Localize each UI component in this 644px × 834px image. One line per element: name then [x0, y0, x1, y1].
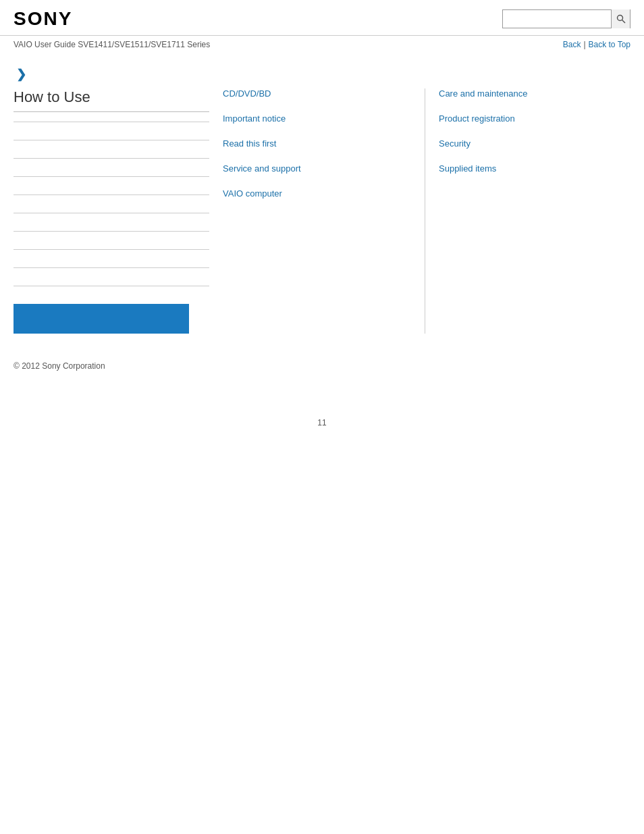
- sony-logo: SONY: [14, 8, 72, 30]
- search-box: [502, 9, 630, 28]
- search-input[interactable]: [503, 13, 611, 25]
- svg-point-0: [617, 16, 622, 21]
- mid-column: CD/DVD/BDImportant noticeRead this first…: [223, 88, 425, 334]
- mid-link-read-this-first[interactable]: Read this first: [223, 138, 411, 149]
- svg-line-1: [622, 20, 625, 24]
- mid-link-vaio-computer[interactable]: VAIO computer: [223, 188, 411, 199]
- right-link-care-and-maintenance[interactable]: Care and maintenance: [439, 88, 630, 99]
- nav-links: Back | Back to Top: [563, 40, 630, 49]
- back-to-top-link[interactable]: Back to Top: [589, 40, 630, 49]
- section-arrow: ❯: [16, 67, 630, 82]
- sidebar: How to Use: [14, 88, 223, 334]
- sidebar-line-9: [14, 267, 209, 268]
- search-button[interactable]: [611, 9, 630, 28]
- back-link[interactable]: Back: [563, 40, 581, 49]
- footer: © 2012 Sony Corporation: [0, 347, 644, 377]
- header: SONY: [0, 0, 644, 36]
- navbar: VAIO User Guide SVE1411/SVE1511/SVE1711 …: [0, 36, 644, 53]
- nav-separator: |: [583, 40, 585, 49]
- right-link-security[interactable]: Security: [439, 138, 630, 149]
- right-link-product-registration[interactable]: Product registration: [439, 113, 630, 124]
- right-link-supplied-items[interactable]: Supplied items: [439, 163, 630, 174]
- sidebar-blue-button[interactable]: [14, 304, 189, 334]
- sidebar-line-2: [14, 140, 209, 140]
- search-icon: [616, 14, 626, 24]
- copyright: © 2012 Sony Corporation: [14, 361, 105, 371]
- content-layout: How to Use CD/DVD/BDImportant noticeRead…: [14, 88, 630, 334]
- page-title: VAIO User Guide SVE1411/SVE1511/SVE1711 …: [14, 40, 210, 49]
- page-number: 11: [0, 418, 644, 441]
- sidebar-line-10: [14, 286, 209, 286]
- sidebar-line-1: [14, 122, 209, 122]
- sidebar-items: [14, 122, 209, 286]
- sidebar-line-8: [14, 249, 209, 250]
- sidebar-line-7: [14, 231, 209, 232]
- mid-link-important-notice[interactable]: Important notice: [223, 113, 411, 124]
- mid-link-cd/dvd/bd[interactable]: CD/DVD/BD: [223, 88, 411, 99]
- sidebar-line-5: [14, 194, 209, 195]
- sidebar-line-6: [14, 213, 209, 213]
- mid-link-service-and-support[interactable]: Service and support: [223, 163, 411, 174]
- main-content: ❯ How to Use CD/DVD/BDImporta: [0, 53, 644, 347]
- right-column: Care and maintenanceProduct registration…: [425, 88, 630, 334]
- sidebar-title: How to Use: [14, 88, 209, 112]
- sidebar-line-4: [14, 176, 209, 177]
- sidebar-line-3: [14, 158, 209, 159]
